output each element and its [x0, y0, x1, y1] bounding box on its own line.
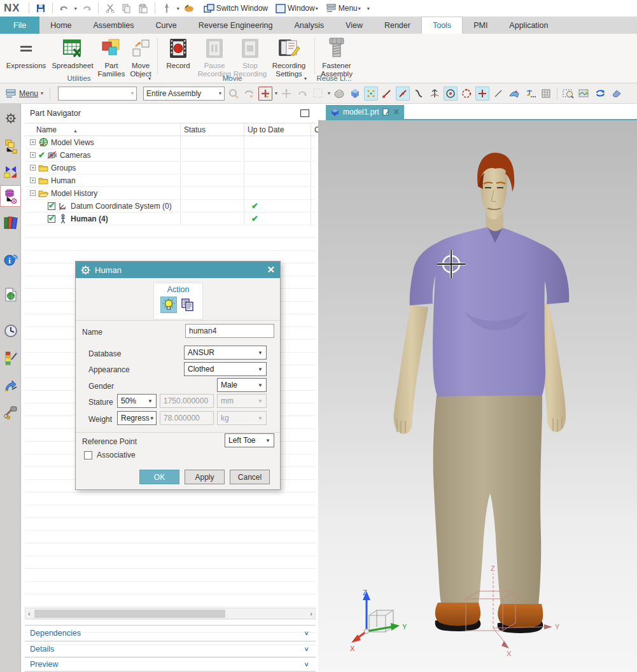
copy-human-icon[interactable]	[179, 297, 196, 313]
tree-row-human-feature[interactable]: Human (4) ✔	[25, 213, 316, 225]
movie-launcher-icon[interactable]: ▾	[304, 76, 307, 81]
column-status[interactable]: Status	[184, 125, 206, 134]
scroll-left-icon[interactable]: ‹	[28, 610, 31, 617]
history-icon[interactable]	[2, 321, 19, 340]
visual-reports-icon[interactable]	[2, 349, 19, 368]
reference-point-combo[interactable]: Left Toe▼	[225, 433, 274, 447]
snap-arc-center-icon[interactable]	[444, 87, 458, 101]
undo-icon[interactable]	[57, 2, 71, 15]
window-button[interactable]: Window ▾	[276, 4, 318, 13]
weight-mode-combo[interactable]: Regress▼	[117, 411, 157, 425]
utilities-launcher-icon[interactable]: ▾	[148, 76, 151, 81]
selection-filter-combo[interactable]: ▾	[58, 87, 137, 101]
ok-button[interactable]: OK	[139, 470, 179, 484]
snap-midpoint-icon[interactable]	[396, 87, 410, 101]
menu-button[interactable]: Menu ▾	[3, 88, 46, 99]
fastener-assembly-button[interactable]: Fastener Assembly	[317, 36, 356, 78]
stature-mode-combo[interactable]: 50%▼	[117, 394, 157, 408]
details-panel-header[interactable]: Details ∨	[25, 641, 316, 656]
name-input[interactable]: human4	[185, 324, 274, 338]
move-object-button[interactable]: Move Object	[126, 36, 155, 78]
expand-icon[interactable]: +	[30, 139, 36, 145]
tree-row-cameras[interactable]: + ✔ Cameras	[25, 149, 316, 162]
snap-existing-point-icon[interactable]	[475, 87, 489, 101]
roles-gear-icon[interactable]	[2, 109, 19, 128]
tab-application[interactable]: Application	[498, 17, 559, 34]
manufacturing-wizard-icon[interactable]	[2, 376, 19, 395]
tab-file[interactable]: File	[0, 17, 39, 34]
tab-home[interactable]: Home	[39, 17, 82, 34]
tab-close-icon[interactable]: ✕	[393, 108, 400, 116]
expand-icon[interactable]: +	[30, 165, 36, 171]
dependencies-panel-header[interactable]: Dependencies ∨	[25, 625, 316, 640]
associative-checkbox[interactable]	[84, 451, 92, 459]
expand-icon[interactable]: +	[30, 178, 36, 183]
menu-button-top[interactable]: Menu ▾	[326, 4, 361, 13]
eraser-icon[interactable]	[609, 87, 623, 101]
scroll-right-icon[interactable]: ›	[310, 610, 312, 617]
capture-image-icon[interactable]	[577, 87, 591, 101]
associative-checkbox-row[interactable]: Associative	[84, 451, 136, 459]
web-browser-icon[interactable]	[2, 285, 19, 304]
save-icon[interactable]	[34, 2, 48, 15]
tree-row-groups[interactable]: + Groups	[25, 162, 316, 174]
tab-assemblies[interactable]: Assemblies	[83, 17, 145, 34]
datum-dropdown-icon[interactable]: ▾	[177, 6, 179, 11]
zoom-window-icon[interactable]	[561, 87, 575, 101]
solid-body-icon[interactable]	[348, 87, 362, 101]
create-human-icon[interactable]	[160, 297, 177, 313]
snap-point-constructor-icon[interactable]	[523, 87, 537, 101]
recording-settings-button[interactable]: Recording Settings	[269, 36, 309, 78]
snap-point-enable-icon[interactable]	[364, 87, 378, 101]
copy-icon[interactable]	[120, 2, 134, 15]
snap-curve-icon[interactable]	[412, 87, 426, 101]
reuse-library-icon[interactable]	[2, 213, 19, 232]
touch-mode-icon[interactable]	[182, 2, 196, 15]
redo-icon[interactable]	[80, 2, 94, 15]
part-navigator-icon[interactable]	[0, 185, 21, 207]
cut-icon[interactable]	[103, 2, 117, 15]
expand-icon[interactable]: +	[30, 152, 36, 158]
tab-curve[interactable]: Curve	[144, 17, 187, 34]
snap-point-on-curve-icon[interactable]	[428, 87, 442, 101]
assembly-navigator-icon[interactable]	[2, 137, 19, 156]
tree-row-datum-csys[interactable]: Datum Coordinate System (0) ✔	[25, 200, 316, 213]
column-name[interactable]: Name	[36, 125, 78, 134]
tree-row-model-views[interactable]: + Model Views	[25, 136, 316, 149]
cancel-button[interactable]: Cancel	[230, 470, 270, 484]
hd3d-tools-icon[interactable]: i	[2, 250, 19, 269]
database-combo[interactable]: ANSUR▼	[184, 346, 267, 360]
appearance-combo[interactable]: Clothed▼	[184, 362, 267, 376]
general-object-icon[interactable]	[332, 87, 346, 101]
collapse-icon[interactable]: −	[30, 190, 36, 196]
tree-row-model-history[interactable]: − Model History	[25, 187, 316, 200]
dialog-title-bar[interactable]: Human ✕	[76, 262, 280, 278]
tab-view[interactable]: View	[335, 17, 374, 34]
ribbon-options-icon[interactable]: ▾	[367, 6, 370, 11]
snap-quadrant-icon[interactable]	[459, 87, 473, 101]
snap-face-icon[interactable]	[507, 87, 521, 101]
panel-float-button[interactable]	[300, 109, 309, 117]
constraint-navigator-icon[interactable]	[2, 162, 19, 181]
snap-intersection-icon[interactable]	[491, 87, 505, 101]
scrollbar-thumb[interactable]	[34, 610, 225, 618]
snap-endpoint-icon[interactable]	[380, 87, 394, 101]
filter-dropdown-icon[interactable]: ▾	[275, 90, 277, 96]
selection-filter-add-icon[interactable]	[258, 87, 272, 101]
selection-scope-combo[interactable]: Entire Assembly▾	[143, 87, 225, 101]
gender-combo[interactable]: Male▼	[217, 378, 267, 392]
navigator-horizontal-scrollbar[interactable]: ‹ ›	[25, 608, 316, 619]
tab-pmi[interactable]: PMI	[463, 17, 498, 34]
viewport-tab-model1[interactable]: model1.prt ✕	[326, 105, 404, 119]
part-families-button[interactable]: Part Families	[97, 36, 126, 78]
grid-snap-icon[interactable]	[539, 87, 553, 101]
record-button[interactable]: Record	[160, 36, 196, 70]
tab-tools[interactable]: Tools	[421, 17, 463, 34]
column-up-to-date[interactable]: Up to Date	[248, 125, 284, 134]
refresh-icon[interactable]	[593, 87, 607, 101]
tree-row-human-folder[interactable]: + Human	[25, 174, 316, 187]
preview-panel-header[interactable]: Preview ∨	[25, 657, 316, 672]
switch-window-button[interactable]: Switch Window	[204, 4, 268, 13]
checkbox-checked-icon[interactable]	[48, 202, 55, 210]
graphics-window[interactable]: Z Y X Z Y X	[318, 120, 637, 672]
